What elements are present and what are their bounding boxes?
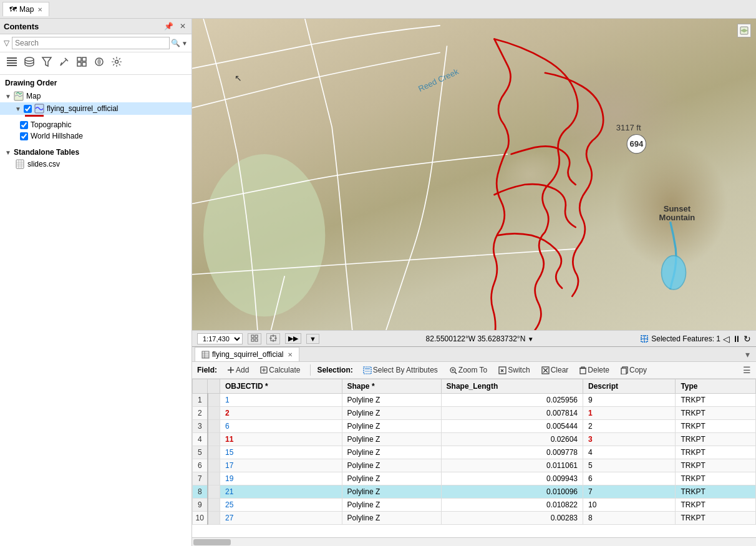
- svg-point-4: [25, 57, 34, 61]
- row-number-cell: 3: [193, 420, 208, 433]
- selected-features-label: Selected Features: 1: [651, 334, 720, 343]
- select-by-attrs-label: Select By Attributes: [373, 366, 438, 374]
- search-dropdown[interactable]: ▼: [182, 40, 188, 47]
- standalone-expand-icon[interactable]: ▼: [5, 149, 12, 156]
- table-row[interactable]: 719Polyline Z0.0099436TRKPT: [193, 472, 756, 485]
- table-row[interactable]: 11Polyline Z0.0259569TRKPT: [193, 394, 756, 407]
- select-by-attributes-btn[interactable]: Select By Attributes: [359, 364, 442, 376]
- table-row[interactable]: 411Polyline Z0.026043TRKPT: [193, 433, 756, 446]
- paint-icon-btn[interactable]: [91, 55, 107, 72]
- attr-toolbar-menu[interactable]: ☰: [743, 365, 751, 375]
- navigate-dropdown[interactable]: ▼: [306, 334, 319, 344]
- table-row[interactable]: 515Polyline Z0.0097784TRKPT: [193, 446, 756, 459]
- sel-pause-btn[interactable]: ⏸: [732, 334, 741, 344]
- table-row[interactable]: 821Polyline Z0.0100967TRKPT: [193, 485, 756, 499]
- navigate-btn[interactable]: ▶▶: [285, 333, 301, 344]
- db-icon-btn[interactable]: [21, 55, 37, 72]
- sidebar-content: Drawing Order ▼ Map ▼ flying_sq: [0, 75, 191, 546]
- col-objectid[interactable]: OBJECTID *: [220, 379, 342, 394]
- tree-item-slides-csv[interactable]: slides.csv: [0, 158, 191, 170]
- list-view-btn[interactable]: [4, 55, 20, 72]
- delete-btn[interactable]: Delete: [576, 364, 613, 376]
- coords-dropdown[interactable]: ▼: [528, 336, 534, 343]
- clear-label: Clear: [551, 366, 569, 374]
- attr-table-tab[interactable]: flying_squirrel_official ✕: [195, 347, 299, 361]
- map-expand-icon[interactable]: ▼: [5, 93, 12, 100]
- col-shape[interactable]: Shape *: [342, 379, 441, 394]
- attr-panel-collapse[interactable]: ▾: [742, 349, 754, 359]
- descript-cell: 2: [583, 420, 676, 433]
- zoom-tools-btn[interactable]: [248, 333, 261, 344]
- table-row[interactable]: 925Polyline Z0.01082210TRKPT: [193, 499, 756, 512]
- tree-item-topographic[interactable]: Topographic: [0, 119, 191, 130]
- shape-length-cell: 0.00283: [441, 512, 583, 525]
- layer-item-flying-squirrel[interactable]: ▼ flying_squirrel_official: [0, 102, 191, 115]
- clear-btn[interactable]: Clear: [538, 364, 573, 376]
- col-descript[interactable]: Descript: [583, 379, 676, 394]
- row-number-cell: 2: [193, 407, 208, 420]
- row-check-cell[interactable]: [208, 512, 220, 525]
- tree-item-standalone-tables[interactable]: ▼ Standalone Tables: [0, 147, 191, 158]
- table-scrollbar[interactable]: [192, 537, 756, 546]
- row-check-cell[interactable]: [208, 459, 220, 472]
- switch-btn[interactable]: Switch: [495, 364, 533, 376]
- row-check-cell[interactable]: [208, 499, 220, 512]
- table-row[interactable]: 1027Polyline Z0.002838TRKPT: [193, 512, 756, 525]
- shape-cell: Polyline Z: [342, 512, 441, 525]
- tools-icon-btn[interactable]: [109, 55, 125, 72]
- scroll-thumb[interactable]: [193, 539, 231, 545]
- extent-btn[interactable]: [266, 333, 280, 344]
- table-row[interactable]: 22Polyline Z0.0078141TRKPT: [193, 407, 756, 420]
- table-row[interactable]: 617Polyline Z0.0110615TRKPT: [193, 459, 756, 472]
- col-check: [208, 379, 220, 394]
- zoom-to-btn[interactable]: Zoom To: [445, 364, 491, 376]
- add-field-btn[interactable]: Add: [223, 364, 253, 376]
- tree-item-world-hillshade[interactable]: World Hillshade: [0, 130, 191, 142]
- row-check-cell[interactable]: [208, 446, 220, 459]
- attribute-table: OBJECTID * Shape * Shape_Length Descript…: [192, 379, 756, 525]
- row-check-cell[interactable]: [208, 485, 220, 499]
- grid-icon-btn[interactable]: [74, 55, 90, 72]
- table-row[interactable]: 36Polyline Z0.0054442TRKPT: [193, 420, 756, 433]
- filter-icon-btn[interactable]: [39, 55, 55, 72]
- map-tab-label: Map: [19, 5, 34, 14]
- row-check-cell[interactable]: [208, 433, 220, 446]
- main-layout: Contents 📌 ✕ ▽ 🔍 ▼: [0, 19, 756, 546]
- map-canvas[interactable]: 694 3117 ft Sunset Mountain Reed Creek: [192, 19, 756, 330]
- basemap-btn[interactable]: [737, 24, 751, 37]
- topographic-checkbox[interactable]: [20, 121, 28, 129]
- tree-item-map[interactable]: ▼ Map: [0, 90, 191, 102]
- map-tab[interactable]: 🗺 Map ✕: [2, 2, 49, 16]
- csv-icon: [15, 159, 25, 169]
- attr-tab-close[interactable]: ✕: [288, 351, 293, 358]
- objectid-cell: 1: [220, 394, 342, 407]
- row-check-cell[interactable]: [208, 472, 220, 485]
- map-controls: [737, 24, 751, 38]
- attribute-table-wrapper[interactable]: OBJECTID * Shape * Shape_Length Descript…: [192, 379, 756, 537]
- drawing-order-label: Drawing Order: [0, 77, 191, 90]
- calculate-icon: [260, 366, 268, 374]
- svg-rect-12: [82, 62, 86, 66]
- scale-selector[interactable]: 1:17,430: [197, 333, 243, 344]
- descript-cell: 10: [583, 499, 676, 512]
- row-check-cell[interactable]: [208, 394, 220, 407]
- search-button[interactable]: 🔍: [170, 37, 182, 49]
- hillshade-checkbox[interactable]: [20, 132, 28, 140]
- col-type[interactable]: Type: [676, 379, 756, 394]
- calculate-btn[interactable]: Calculate: [256, 364, 304, 376]
- shape-length-cell: 0.007814: [441, 407, 583, 420]
- edit-icon-btn[interactable]: [56, 55, 72, 72]
- layer-expand-icon[interactable]: ▼: [15, 105, 22, 112]
- col-shape-length[interactable]: Shape_Length: [441, 379, 583, 394]
- row-check-cell[interactable]: [208, 420, 220, 433]
- map-tab-close[interactable]: ✕: [37, 6, 42, 13]
- layer-checkbox[interactable]: [24, 105, 32, 113]
- pin-icon[interactable]: 📌: [162, 21, 175, 31]
- sel-refresh-btn[interactable]: ↻: [744, 334, 751, 344]
- row-number-cell: 7: [193, 472, 208, 485]
- row-check-cell[interactable]: [208, 407, 220, 420]
- sel-nav-prev[interactable]: ◁: [723, 334, 730, 344]
- copy-btn[interactable]: Copy: [617, 364, 651, 376]
- sidebar-close-icon[interactable]: ✕: [178, 21, 188, 31]
- search-input[interactable]: [12, 37, 170, 49]
